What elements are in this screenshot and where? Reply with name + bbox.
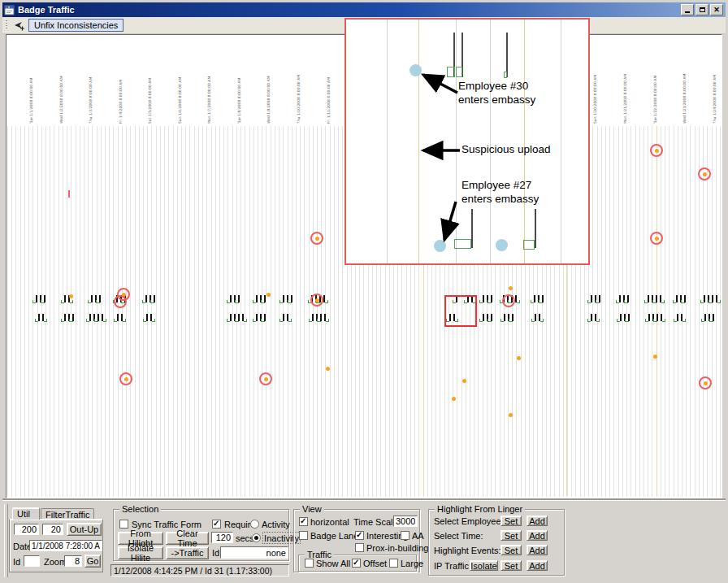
- tab-util[interactable]: Util: [12, 507, 40, 520]
- minimize-button[interactable]: [681, 4, 694, 15]
- badge-event-mark[interactable]: [704, 295, 705, 302]
- badge-event-mark[interactable]: [98, 314, 99, 321]
- badge-event-mark[interactable]: [291, 295, 292, 302]
- show-all-checkbox[interactable]: [305, 559, 314, 568]
- selection-id-field[interactable]: [220, 546, 288, 559]
- prox-in-building-checkbox[interactable]: [355, 543, 364, 552]
- interesting-event-dot[interactable]: [653, 355, 657, 359]
- badge-event-mark[interactable]: [491, 314, 492, 321]
- maximize-button[interactable]: [696, 4, 708, 15]
- go-button[interactable]: Go: [84, 555, 101, 568]
- badge-event-mark[interactable]: [42, 314, 44, 321]
- badge-event-mark[interactable]: [89, 314, 91, 321]
- close-button[interactable]: ✕: [710, 4, 723, 15]
- badge-event-mark[interactable]: [256, 314, 258, 321]
- activity-radio[interactable]: [250, 520, 259, 529]
- badge-event-mark[interactable]: [713, 314, 714, 321]
- badge-event-mark[interactable]: [99, 295, 101, 302]
- unfix-inconsistencies-button[interactable]: Unfix Inconsistencies: [28, 19, 124, 32]
- badge-event-mark[interactable]: [539, 314, 540, 321]
- ip-traffic-set-button[interactable]: Set: [500, 560, 522, 571]
- badge-event-mark[interactable]: [619, 295, 621, 302]
- badge-event-mark[interactable]: [704, 314, 706, 321]
- interesting-event-dot[interactable]: [266, 293, 271, 297]
- badge-event-mark[interactable]: [542, 295, 544, 302]
- badge-event-mark[interactable]: [238, 295, 240, 302]
- badge-event-mark[interactable]: [591, 314, 592, 321]
- badge-event-mark[interactable]: [64, 295, 66, 302]
- interesting-event-dot[interactable]: [517, 356, 521, 360]
- badge-event-mark[interactable]: [256, 295, 258, 302]
- panel-grip[interactable]: [4, 504, 8, 577]
- badge-event-mark[interactable]: [512, 314, 514, 321]
- badge-event-mark[interactable]: [661, 314, 662, 321]
- isolate-hilite-button[interactable]: Isolate Hilite: [118, 546, 163, 559]
- id-field[interactable]: [24, 555, 40, 567]
- badge-event-mark[interactable]: [121, 314, 123, 321]
- clear-time-button[interactable]: Clear Time: [166, 532, 209, 545]
- out-up-button[interactable]: Out-Up: [67, 523, 102, 536]
- badge-event-mark[interactable]: [36, 295, 37, 302]
- badge-event-mark[interactable]: [660, 295, 661, 302]
- ip-traffic-isolate-button[interactable]: Isolate: [470, 560, 498, 571]
- badge-event-mark[interactable]: [491, 295, 492, 302]
- inactivity-radio[interactable]: [252, 533, 261, 542]
- badge-event-mark[interactable]: [72, 314, 74, 321]
- ip-traffic-add-button[interactable]: Add: [526, 560, 548, 571]
- badge-event-mark[interactable]: [627, 295, 629, 302]
- select-time-set-button[interactable]: Set: [500, 530, 522, 541]
- interesting-event-dot[interactable]: [452, 397, 456, 401]
- zoom-field[interactable]: [64, 555, 82, 567]
- badge-event-mark[interactable]: [117, 314, 119, 321]
- badge-event-mark[interactable]: [681, 314, 682, 321]
- pointer-add-tool-button[interactable]: [11, 19, 27, 32]
- badge-event-mark[interactable]: [595, 314, 596, 321]
- badge-event-mark[interactable]: [287, 314, 288, 321]
- large-checkbox[interactable]: [389, 559, 398, 568]
- badge-event-mark[interactable]: [264, 314, 266, 321]
- badge-event-mark[interactable]: [150, 314, 152, 321]
- badge-event-mark[interactable]: [656, 295, 657, 302]
- sync-traffic-form-checkbox[interactable]: [119, 520, 128, 529]
- badge-event-mark[interactable]: [91, 295, 93, 302]
- badge-event-mark[interactable]: [599, 295, 600, 302]
- badge-event-mark[interactable]: [102, 314, 103, 321]
- badge-event-mark[interactable]: [504, 314, 505, 321]
- badge-event-mark[interactable]: [312, 314, 314, 321]
- badge-event-mark[interactable]: [648, 314, 650, 321]
- aa-checkbox[interactable]: [401, 531, 410, 540]
- select-employee-set-button[interactable]: Set: [500, 516, 522, 526]
- badge-event-mark[interactable]: [515, 295, 517, 302]
- badge-event-mark[interactable]: [238, 314, 240, 321]
- badge-event-mark[interactable]: [656, 314, 658, 321]
- select-employee-add-button[interactable]: Add: [526, 516, 548, 526]
- require-checkbox[interactable]: [212, 520, 221, 529]
- badge-event-mark[interactable]: [677, 314, 678, 321]
- count1-field[interactable]: [14, 524, 39, 535]
- badge-event-mark[interactable]: [154, 295, 155, 302]
- badge-event-mark[interactable]: [684, 295, 686, 302]
- offset-checkbox[interactable]: [352, 559, 361, 568]
- badge-event-mark[interactable]: [676, 295, 678, 302]
- select-time-add-button[interactable]: Add: [526, 530, 548, 541]
- to-traffic-button[interactable]: ->Traffic: [166, 546, 209, 559]
- badge-event-mark[interactable]: [534, 295, 535, 302]
- badge-lanes-checkbox[interactable]: [299, 531, 308, 540]
- badge-event-mark[interactable]: [230, 314, 232, 321]
- badge-event-mark[interactable]: [716, 295, 717, 302]
- badge-event-mark[interactable]: [620, 314, 622, 321]
- highlight-events-add-button[interactable]: Add: [526, 545, 548, 555]
- badge-event-mark[interactable]: [38, 314, 40, 321]
- interesting-event-dot[interactable]: [509, 286, 513, 290]
- secs-field[interactable]: [211, 532, 233, 543]
- badge-event-mark[interactable]: [283, 295, 284, 302]
- count2-field[interactable]: [42, 524, 63, 535]
- highlight-events-set-button[interactable]: Set: [500, 545, 522, 555]
- badge-event-mark[interactable]: [648, 295, 649, 302]
- interesting-event-dot[interactable]: [462, 379, 466, 383]
- badge-event-mark[interactable]: [628, 314, 630, 321]
- tab-filtertraffic[interactable]: FilterTraffic: [41, 508, 94, 520]
- interesting-event-dot[interactable]: [326, 367, 330, 371]
- time-scale-field[interactable]: [393, 516, 418, 527]
- toolbar-grip[interactable]: [6, 20, 7, 30]
